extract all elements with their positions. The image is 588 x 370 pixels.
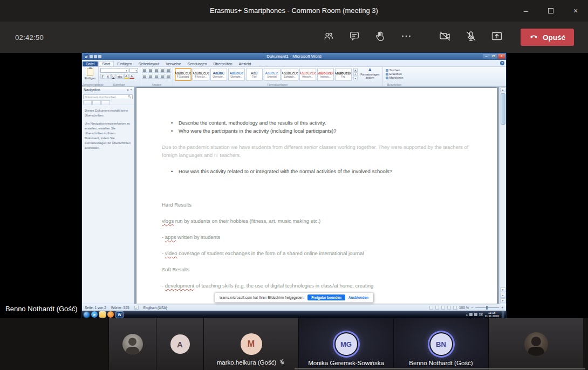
file-explorer-icon[interactable]	[99, 311, 106, 318]
mic-toggle-button[interactable]	[458, 26, 484, 49]
view-outline-icon[interactable]	[447, 306, 451, 310]
participant-tile-monika[interactable]: MG Monika Geremek-Sowińska	[298, 318, 393, 370]
status-word-count[interactable]: Wörter: 525	[111, 306, 129, 310]
underline-button[interactable]: U	[111, 74, 116, 79]
word-close-button[interactable]: ×	[498, 54, 505, 59]
next-page-icon[interactable]: ▼	[500, 298, 506, 303]
style-cell[interactable]: AaBTitel	[246, 68, 263, 81]
scroll-down-icon[interactable]: ▼	[500, 287, 506, 292]
start-button[interactable]	[84, 312, 90, 318]
ribbon-tab-start[interactable]: Start	[98, 61, 114, 66]
gallery-up-icon[interactable]: ▲	[353, 68, 358, 72]
justify-button[interactable]	[160, 74, 165, 79]
hide-toast-button[interactable]: Ausblenden	[348, 296, 368, 299]
style-cell[interactable]: AaBbCcDcHervorh...	[299, 68, 316, 81]
style-cell-standard[interactable]: AaBbCcDc¶ Standard	[175, 68, 192, 81]
participant-tile-marko[interactable]: M marko.heikura (Gość)	[203, 318, 298, 370]
ribbon-tab-einfuegen[interactable]: Einfügen	[114, 61, 135, 66]
chat-button[interactable]	[341, 26, 367, 49]
document-page[interactable]: •Describe the content, methodology and t…	[136, 88, 497, 304]
decrease-indent-button[interactable]	[160, 68, 165, 73]
align-right-button[interactable]	[154, 74, 159, 79]
align-center-button[interactable]	[148, 74, 153, 79]
multilevel-list-button[interactable]	[154, 68, 159, 73]
maximize-button[interactable]	[538, 0, 563, 22]
nav-close-icon[interactable]: ×	[130, 88, 132, 92]
nav-tab-headings[interactable]	[83, 100, 92, 105]
firefox-icon[interactable]	[107, 311, 114, 318]
taskbar-clock[interactable]: 11:18 11.11.2020	[484, 311, 500, 318]
zoom-level[interactable]: 100 %	[459, 306, 469, 310]
ribbon-tab-ueberpruefen[interactable]: Überprüfen	[210, 61, 236, 66]
previous-page-icon[interactable]: ▲	[500, 293, 506, 298]
tray-volume-icon[interactable]	[474, 313, 477, 316]
gallery-down-icon[interactable]: ▼	[353, 72, 358, 76]
participant-tile-benno[interactable]: BN Benno Nothardt (Gość)	[393, 318, 488, 370]
bold-button[interactable]: F	[100, 74, 105, 79]
zoom-slider[interactable]	[475, 307, 499, 308]
filmstrip-scrollbar[interactable]	[295, 368, 585, 369]
nav-dropdown-icon[interactable]: ▾	[127, 88, 128, 92]
style-cell[interactable]: AaBbCcDcSchwach...	[282, 68, 298, 81]
select-button[interactable]: Markieren	[386, 76, 404, 79]
zoom-in-icon[interactable]: +	[501, 306, 503, 310]
gallery-more-icon[interactable]: ▾	[353, 77, 358, 80]
keyboard-language-indicator[interactable]: DE	[479, 313, 483, 316]
internet-explorer-icon[interactable]: e	[91, 311, 98, 318]
status-page-count[interactable]: Seite: 1 von 2	[85, 306, 106, 310]
view-draft-icon[interactable]	[453, 306, 457, 310]
show-desktop-button[interactable]	[502, 311, 504, 318]
leave-call-button[interactable]: Opuść	[521, 29, 574, 46]
scrollbar-thumb[interactable]	[501, 93, 505, 125]
tray-expand-icon[interactable]: ▴	[466, 313, 468, 316]
font-name-combo[interactable]: ▾	[100, 68, 128, 73]
raise-hand-button[interactable]	[367, 26, 393, 49]
camera-toggle-button[interactable]	[432, 26, 458, 49]
font-size-combo[interactable]: ▾	[129, 68, 138, 73]
ribbon-tab-ansicht[interactable]: Ansicht	[236, 61, 255, 66]
nav-tab-results[interactable]	[101, 100, 110, 105]
word-minimize-button[interactable]: –	[483, 54, 490, 59]
increase-indent-button[interactable]	[166, 68, 171, 73]
more-options-button[interactable]	[393, 26, 419, 49]
replace-button[interactable]: Ersetzen	[386, 72, 404, 76]
ribbon-tab-sendungen[interactable]: Sendungen	[184, 61, 210, 66]
zoom-out-icon[interactable]: −	[471, 306, 473, 310]
strikethrough-button[interactable]: abc	[117, 74, 124, 79]
stop-sharing-button[interactable]: Freigabe beenden	[307, 294, 345, 300]
style-cell[interactable]: AaBbCcÜberschr...	[228, 68, 245, 81]
nav-tab-pages[interactable]	[92, 100, 101, 105]
numbered-list-button[interactable]	[148, 68, 153, 73]
share-screen-button[interactable]	[484, 26, 510, 49]
style-cell[interactable]: AaBbCc.Untertitel	[264, 68, 281, 81]
minimize-button[interactable]: –	[514, 0, 538, 22]
line-spacing-button[interactable]	[166, 74, 171, 79]
view-print-layout-icon[interactable]	[429, 306, 433, 310]
status-language[interactable]: Englisch (USA)	[143, 306, 167, 310]
view-fullscreen-icon[interactable]	[435, 306, 439, 310]
ribbon-tab-verweise[interactable]: Verweise	[162, 61, 184, 66]
style-cell[interactable]: AaBbCcDc¶ Kein Le...	[193, 68, 209, 81]
highlight-color-button[interactable]: A	[124, 74, 129, 79]
scroll-up-icon[interactable]: ▲	[500, 87, 506, 92]
zoom-slider-thumb[interactable]	[486, 306, 488, 310]
change-styles-button[interactable]: A Formatvorlagen ändern	[359, 68, 381, 79]
tray-network-icon[interactable]	[469, 313, 473, 316]
align-left-button[interactable]	[142, 74, 147, 79]
italic-button[interactable]: K	[106, 74, 111, 79]
style-cell[interactable]: AaBbCcDcFett	[335, 68, 352, 81]
help-icon[interactable]: ?	[500, 61, 504, 65]
document-search-input[interactable]: Dokument durchsuchen	[83, 94, 133, 99]
view-web-layout-icon[interactable]	[441, 306, 445, 310]
document-scrollbar[interactable]: ▲ ▼ ▲ ▼	[499, 87, 506, 304]
close-button[interactable]: ×	[563, 0, 588, 22]
participant-tile[interactable]	[108, 318, 156, 370]
show-participants-button[interactable]	[316, 26, 341, 49]
spellcheck-status-icon[interactable]: ✓	[134, 306, 139, 310]
style-cell[interactable]: AaBbCÜberschr...	[210, 68, 227, 81]
font-color-button[interactable]: A	[129, 74, 134, 79]
word-taskbar-button[interactable]: W	[115, 311, 124, 318]
word-restore-button[interactable]	[490, 54, 497, 59]
ribbon-tab-seitenlayout[interactable]: Seitenlayout	[135, 61, 163, 66]
participant-tile[interactable]	[488, 318, 583, 370]
